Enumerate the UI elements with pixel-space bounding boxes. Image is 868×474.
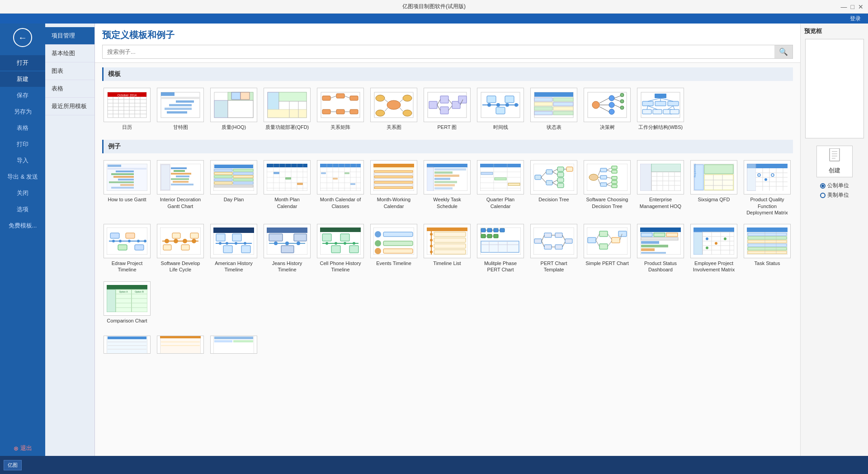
svg-rect-298 — [181, 245, 189, 250]
example-howgantt[interactable]: How to use Gantt — [102, 158, 152, 218]
example-monthcal[interactable]: Month Calendar of Classes — [316, 158, 365, 218]
example-quarter[interactable]: Quarter Plan Calendar — [476, 158, 525, 218]
sidebar-item-free[interactable]: 免费模板... — [0, 218, 45, 233]
sidebar-item-new[interactable]: 新建 — [0, 71, 45, 87]
example-partial2[interactable] — [156, 333, 205, 356]
example-label-intgantt: Interior Decoration Gantt Chart — [158, 196, 203, 209]
example-edrawproj[interactable]: Edraw Project Timeline — [102, 222, 152, 275]
cat-item-recent[interactable]: 最近所用模板 — [45, 98, 94, 115]
template-timeline[interactable]: 时间线 — [476, 85, 525, 133]
sidebar-item-export[interactable]: 导出 & 发送 — [0, 169, 45, 185]
minimize-btn[interactable]: — — [841, 3, 847, 10]
sidebar-item-table[interactable]: 表格 — [0, 120, 45, 136]
example-taskstatus[interactable]: Task Status — [742, 222, 792, 275]
example-enthoq[interactable]: Enterprise Management HOQ — [636, 158, 685, 218]
template-label-relation: 关系图 — [387, 124, 401, 130]
template-thumb-timeline — [477, 88, 524, 122]
metric-radio[interactable] — [820, 183, 826, 189]
close-btn[interactable]: ✕ — [858, 3, 863, 10]
template-hoq[interactable]: 质量(HOQ) — [209, 85, 259, 133]
perttempl-svg — [533, 228, 574, 255]
sidebar-item-open[interactable]: 打开 — [0, 55, 45, 71]
example-cellhist[interactable]: Cell Phone History Timeline — [316, 222, 365, 275]
create-button[interactable]: 创建 — [816, 146, 853, 177]
svg-rect-212 — [546, 180, 552, 185]
example-prodqfd[interactable]: △ Product Quality Function Deployment Ma… — [742, 158, 792, 218]
template-matrix[interactable]: 关系矩阵 — [316, 85, 365, 133]
template-scroll[interactable]: 模板 October 2014 — [95, 63, 800, 456]
svg-rect-163 — [320, 164, 361, 167]
svg-point-293 — [174, 239, 178, 243]
svg-text:October 2014: October 2014 — [118, 94, 137, 97]
template-relation[interactable]: 关系图 — [369, 85, 419, 133]
svg-rect-423 — [748, 247, 787, 250]
example-weekly[interactable]: Weekly Task Schedule — [422, 158, 472, 218]
example-thumb-cellhist — [317, 224, 364, 258]
example-amhist[interactable]: American History Timeline — [209, 222, 259, 275]
svg-rect-36 — [336, 94, 344, 98]
example-decisiontree[interactable]: Decision Tree — [529, 158, 579, 218]
example-multpert[interactable]: Mulitple Phase PERT Chart — [476, 222, 525, 275]
example-comparison[interactable]: Option A Option B Comparison Chart — [102, 279, 152, 326]
example-monthwork[interactable]: Month-Working Calendar — [369, 158, 419, 218]
taskbar-item-label: 亿图 — [8, 462, 18, 469]
example-simplepert[interactable]: Simple PERT Chart — [582, 222, 632, 275]
svg-rect-37 — [350, 96, 358, 100]
sidebar-item-options[interactable]: 选项 — [0, 202, 45, 217]
login-link[interactable]: 登录 — [850, 15, 861, 23]
svg-rect-217 — [566, 167, 573, 171]
template-pert[interactable]: PERT 图 — [422, 85, 472, 133]
example-swchoose[interactable]: Software Choosing Decision Tree — [582, 158, 632, 218]
svg-rect-330 — [349, 246, 359, 253]
cat-item-pm[interactable]: 项目管理 — [45, 27, 94, 45]
example-timelinelist[interactable]: Timeline List — [422, 222, 472, 275]
sidebar-item-exit[interactable]: ⊗ 退出 — [0, 441, 45, 456]
monthcal-svg — [320, 164, 361, 191]
example-prodstatus[interactable]: Product Status Dashboard — [636, 222, 685, 275]
taskbar-app-item[interactable]: 亿图 — [4, 460, 22, 470]
example-intgantt[interactable]: Interior Decoration Gantt Chart — [156, 158, 205, 218]
svg-rect-24 — [228, 100, 253, 118]
app-body: ← 打开 新建 保存 另存为 表格 打印 导入 导出 & 发送 关闭 选项 免费… — [0, 24, 868, 456]
example-partial1[interactable] — [102, 333, 152, 356]
search-input[interactable] — [103, 46, 774, 57]
cat-item-basic[interactable]: 基本绘图 — [45, 45, 94, 62]
example-swdev[interactable]: Software Develop Life Cycle — [156, 222, 205, 275]
example-jeanshist[interactable]: Jeans History Timeline — [262, 222, 312, 275]
example-partial3[interactable] — [209, 333, 259, 356]
svg-rect-138 — [214, 172, 232, 175]
template-status[interactable]: 状态表 — [529, 85, 579, 133]
svg-rect-35 — [322, 96, 330, 100]
sidebar-item-close[interactable]: 关闭 — [0, 185, 45, 201]
imperial-unit-option[interactable]: 美制单位 — [820, 191, 849, 199]
sidebar-item-saveas[interactable]: 另存为 — [0, 104, 45, 119]
example-dayplan[interactable]: Day Plan — [209, 158, 259, 218]
metric-unit-option[interactable]: 公制单位 — [820, 182, 849, 190]
example-sixsigma[interactable]: Requirements Sixsigma QFD — [689, 158, 739, 218]
cat-item-chart[interactable]: 图表 — [45, 62, 94, 80]
svg-rect-179 — [373, 164, 414, 167]
sidebar-item-import[interactable]: 导入 — [0, 153, 45, 168]
example-events[interactable]: Events Timeline — [369, 222, 419, 275]
template-wbs[interactable]: 工作分解结构(WBS) — [636, 85, 685, 133]
cat-item-table[interactable]: 表格 — [45, 80, 94, 98]
sidebar-item-save[interactable]: 保存 — [0, 88, 45, 103]
search-button[interactable]: 🔍 — [774, 45, 793, 58]
svg-point-226 — [589, 174, 598, 180]
svg-rect-83 — [534, 111, 552, 115]
svg-marker-25 — [231, 92, 241, 100]
example-monthplan[interactable]: Month Plan Calendar — [262, 158, 312, 218]
template-qfd[interactable]: 质量功能部署(QFD) — [262, 85, 312, 133]
imperial-radio[interactable] — [820, 193, 826, 198]
template-calendar[interactable]: October 2014 — [102, 85, 152, 133]
sidebar-item-print[interactable]: 打印 — [0, 137, 45, 152]
maximize-btn[interactable]: □ — [851, 3, 854, 10]
svg-point-87 — [609, 95, 614, 101]
svg-rect-31 — [268, 109, 307, 118]
example-empinv[interactable]: Employee Project Involvement Matrix — [689, 222, 739, 275]
example-perttempl[interactable]: PERT Chart Template — [529, 222, 579, 275]
template-gantt[interactable]: 甘特图 — [156, 85, 205, 133]
back-button[interactable]: ← — [13, 28, 32, 47]
examples-grid: How to use Gantt — [102, 158, 793, 326]
template-decision[interactable]: 决策树 — [582, 85, 632, 133]
